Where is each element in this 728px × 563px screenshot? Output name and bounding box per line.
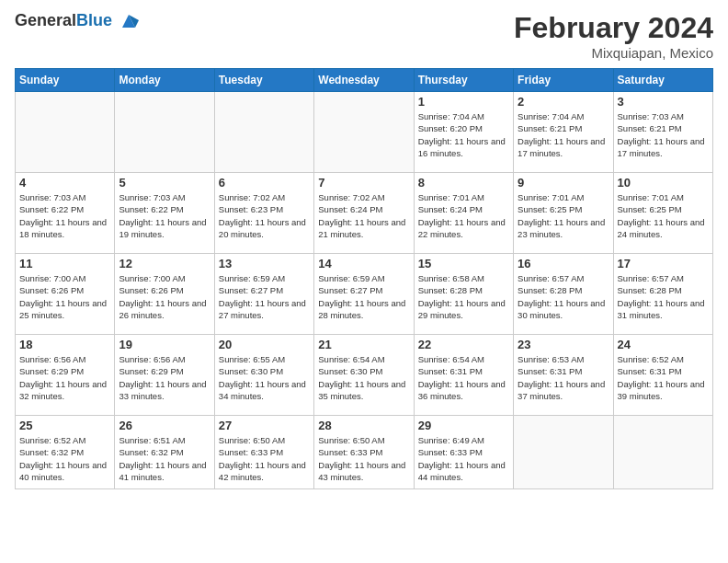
day-number: 26 — [119, 419, 210, 432]
day-info: Sunrise: 6:55 AM Sunset: 6:30 PM Dayligh… — [219, 353, 310, 402]
col-wednesday: Wednesday — [314, 69, 414, 92]
day-info: Sunrise: 7:00 AM Sunset: 6:26 PM Dayligh… — [19, 272, 110, 321]
calendar-week-row: 11Sunrise: 7:00 AM Sunset: 6:26 PM Dayli… — [16, 254, 713, 335]
calendar-cell: 19Sunrise: 6:56 AM Sunset: 6:29 PM Dayli… — [115, 335, 214, 416]
col-thursday: Thursday — [414, 69, 513, 92]
calendar-header-row: Sunday Monday Tuesday Wednesday Thursday… — [16, 69, 713, 92]
calendar-cell: 26Sunrise: 6:51 AM Sunset: 6:32 PM Dayli… — [115, 416, 214, 489]
day-info: Sunrise: 6:56 AM Sunset: 6:29 PM Dayligh… — [19, 353, 110, 402]
col-friday: Friday — [514, 69, 613, 92]
day-number: 15 — [418, 257, 509, 270]
day-info: Sunrise: 7:01 AM Sunset: 6:24 PM Dayligh… — [418, 191, 509, 240]
calendar-cell: 5Sunrise: 7:03 AM Sunset: 6:22 PM Daylig… — [115, 173, 214, 254]
day-number: 6 — [219, 176, 310, 190]
day-number: 9 — [518, 176, 609, 190]
day-info: Sunrise: 7:03 AM Sunset: 6:22 PM Dayligh… — [119, 191, 210, 240]
calendar-cell: 25Sunrise: 6:52 AM Sunset: 6:32 PM Dayli… — [16, 416, 115, 489]
page: GeneralBlue February 2024 Mixquiapan, Me… — [0, 0, 728, 563]
calendar-cell: 28Sunrise: 6:50 AM Sunset: 6:33 PM Dayli… — [314, 416, 414, 489]
calendar-week-row: 1Sunrise: 7:04 AM Sunset: 6:20 PM Daylig… — [16, 92, 713, 173]
calendar-cell: 14Sunrise: 6:59 AM Sunset: 6:27 PM Dayli… — [314, 254, 414, 335]
day-number: 12 — [119, 257, 210, 270]
calendar-cell: 22Sunrise: 6:54 AM Sunset: 6:31 PM Dayli… — [414, 335, 513, 416]
logo-icon — [119, 11, 139, 31]
day-info: Sunrise: 6:50 AM Sunset: 6:33 PM Dayligh… — [219, 434, 310, 483]
day-info: Sunrise: 6:52 AM Sunset: 6:31 PM Dayligh… — [618, 353, 709, 402]
calendar-cell: 13Sunrise: 6:59 AM Sunset: 6:27 PM Dayli… — [214, 254, 313, 335]
logo-general-text: General — [15, 11, 76, 29]
calendar-week-row: 18Sunrise: 6:56 AM Sunset: 6:29 PM Dayli… — [16, 335, 713, 416]
calendar-cell: 10Sunrise: 7:01 AM Sunset: 6:25 PM Dayli… — [613, 173, 712, 254]
calendar-cell: 11Sunrise: 7:00 AM Sunset: 6:26 PM Dayli… — [16, 254, 115, 335]
title-block: February 2024 Mixquiapan, Mexico — [514, 11, 713, 61]
calendar-cell — [214, 92, 313, 173]
day-number: 27 — [219, 419, 310, 432]
day-number: 1 — [418, 95, 509, 109]
location-subtitle: Mixquiapan, Mexico — [514, 45, 713, 61]
day-number: 20 — [219, 338, 310, 351]
day-number: 5 — [119, 176, 210, 190]
day-info: Sunrise: 6:57 AM Sunset: 6:28 PM Dayligh… — [518, 272, 609, 321]
calendar-cell: 16Sunrise: 6:57 AM Sunset: 6:28 PM Dayli… — [514, 254, 613, 335]
day-info: Sunrise: 7:04 AM Sunset: 6:21 PM Dayligh… — [518, 110, 609, 159]
day-info: Sunrise: 6:49 AM Sunset: 6:33 PM Dayligh… — [418, 434, 509, 483]
calendar-cell: 24Sunrise: 6:52 AM Sunset: 6:31 PM Dayli… — [613, 335, 712, 416]
day-info: Sunrise: 6:52 AM Sunset: 6:32 PM Dayligh… — [19, 434, 110, 483]
calendar-cell: 23Sunrise: 6:53 AM Sunset: 6:31 PM Dayli… — [514, 335, 613, 416]
day-info: Sunrise: 7:04 AM Sunset: 6:20 PM Dayligh… — [418, 110, 509, 159]
calendar-cell: 7Sunrise: 7:02 AM Sunset: 6:24 PM Daylig… — [314, 173, 414, 254]
day-info: Sunrise: 6:58 AM Sunset: 6:28 PM Dayligh… — [418, 272, 509, 321]
day-info: Sunrise: 6:57 AM Sunset: 6:28 PM Dayligh… — [618, 272, 709, 321]
calendar-cell: 9Sunrise: 7:01 AM Sunset: 6:25 PM Daylig… — [514, 173, 613, 254]
day-number: 18 — [19, 338, 110, 351]
calendar-cell: 12Sunrise: 7:00 AM Sunset: 6:26 PM Dayli… — [115, 254, 214, 335]
day-number: 8 — [418, 176, 509, 190]
calendar-cell: 18Sunrise: 6:56 AM Sunset: 6:29 PM Dayli… — [16, 335, 115, 416]
calendar-cell — [314, 92, 414, 173]
calendar-cell: 8Sunrise: 7:01 AM Sunset: 6:24 PM Daylig… — [414, 173, 513, 254]
day-info: Sunrise: 7:03 AM Sunset: 6:21 PM Dayligh… — [618, 110, 709, 159]
calendar-cell: 3Sunrise: 7:03 AM Sunset: 6:21 PM Daylig… — [613, 92, 712, 173]
calendar-cell: 29Sunrise: 6:49 AM Sunset: 6:33 PM Dayli… — [414, 416, 513, 489]
day-number: 29 — [418, 419, 509, 432]
day-number: 7 — [318, 176, 409, 190]
calendar-cell: 2Sunrise: 7:04 AM Sunset: 6:21 PM Daylig… — [514, 92, 613, 173]
month-year-title: February 2024 — [514, 11, 713, 45]
day-info: Sunrise: 7:00 AM Sunset: 6:26 PM Dayligh… — [119, 272, 210, 321]
day-info: Sunrise: 7:03 AM Sunset: 6:22 PM Dayligh… — [19, 191, 110, 240]
calendar-cell: 21Sunrise: 6:54 AM Sunset: 6:30 PM Dayli… — [314, 335, 414, 416]
day-info: Sunrise: 6:59 AM Sunset: 6:27 PM Dayligh… — [219, 272, 310, 321]
day-number: 11 — [19, 257, 110, 270]
day-number: 13 — [219, 257, 310, 270]
day-info: Sunrise: 7:01 AM Sunset: 6:25 PM Dayligh… — [618, 191, 709, 240]
day-number: 28 — [318, 419, 409, 432]
day-number: 4 — [19, 176, 110, 190]
day-number: 21 — [318, 338, 409, 351]
calendar-cell — [16, 92, 115, 173]
day-info: Sunrise: 6:50 AM Sunset: 6:33 PM Dayligh… — [318, 434, 409, 483]
col-monday: Monday — [115, 69, 214, 92]
day-info: Sunrise: 6:54 AM Sunset: 6:30 PM Dayligh… — [318, 353, 409, 402]
calendar-cell — [613, 416, 712, 489]
calendar-table: Sunday Monday Tuesday Wednesday Thursday… — [15, 68, 713, 489]
day-number: 3 — [618, 95, 709, 109]
calendar-cell: 17Sunrise: 6:57 AM Sunset: 6:28 PM Dayli… — [613, 254, 712, 335]
day-info: Sunrise: 6:54 AM Sunset: 6:31 PM Dayligh… — [418, 353, 509, 402]
header: GeneralBlue February 2024 Mixquiapan, Me… — [15, 11, 713, 61]
calendar-cell: 1Sunrise: 7:04 AM Sunset: 6:20 PM Daylig… — [414, 92, 513, 173]
day-info: Sunrise: 7:01 AM Sunset: 6:25 PM Dayligh… — [518, 191, 609, 240]
calendar-cell: 4Sunrise: 7:03 AM Sunset: 6:22 PM Daylig… — [16, 173, 115, 254]
logo-blue-text: Blue — [76, 11, 112, 29]
day-info: Sunrise: 6:56 AM Sunset: 6:29 PM Dayligh… — [119, 353, 210, 402]
col-tuesday: Tuesday — [214, 69, 313, 92]
calendar-cell: 15Sunrise: 6:58 AM Sunset: 6:28 PM Dayli… — [414, 254, 513, 335]
calendar-week-row: 4Sunrise: 7:03 AM Sunset: 6:22 PM Daylig… — [16, 173, 713, 254]
day-number: 25 — [19, 419, 110, 432]
day-info: Sunrise: 6:51 AM Sunset: 6:32 PM Dayligh… — [119, 434, 210, 483]
day-info: Sunrise: 7:02 AM Sunset: 6:24 PM Dayligh… — [318, 191, 409, 240]
calendar-week-row: 25Sunrise: 6:52 AM Sunset: 6:32 PM Dayli… — [16, 416, 713, 489]
calendar-cell: 20Sunrise: 6:55 AM Sunset: 6:30 PM Dayli… — [214, 335, 313, 416]
day-info: Sunrise: 6:53 AM Sunset: 6:31 PM Dayligh… — [518, 353, 609, 402]
day-number: 2 — [518, 95, 609, 109]
col-saturday: Saturday — [613, 69, 712, 92]
